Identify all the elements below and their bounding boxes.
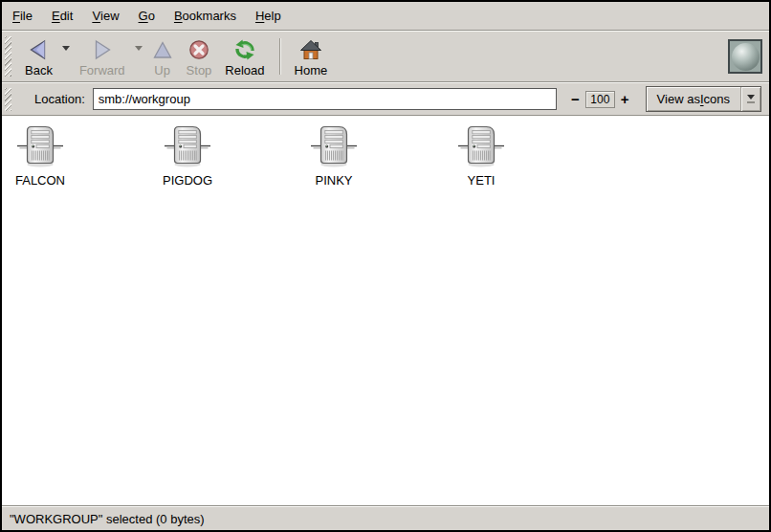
back-label: Back bbox=[25, 63, 53, 78]
server-item-pigdog[interactable]: PIGDOG bbox=[125, 124, 250, 188]
forward-label: Forward bbox=[79, 63, 125, 78]
zoom-in-button[interactable]: + bbox=[617, 91, 633, 108]
status-text: "WORKGROUP" selected (0 bytes) bbox=[10, 512, 205, 526]
menu-help[interactable]: Help bbox=[246, 2, 291, 30]
toolbar-separator bbox=[279, 38, 280, 75]
zoom-out-button[interactable]: − bbox=[567, 91, 584, 108]
up-button: Up bbox=[145, 34, 180, 79]
server-item-label: YETI bbox=[468, 173, 496, 188]
location-bar: Location: − 100 + View as Icons bbox=[2, 83, 769, 115]
stop-button: Stop bbox=[180, 34, 219, 79]
smb-server-icon bbox=[165, 124, 210, 168]
reload-button[interactable]: Reload bbox=[218, 34, 271, 79]
server-item-label: FALCON bbox=[15, 173, 65, 188]
home-button[interactable]: Home bbox=[288, 34, 335, 79]
toolbar-drag-handle[interactable] bbox=[5, 36, 11, 77]
status-bar: "WORKGROUP" selected (0 bytes) bbox=[2, 507, 769, 530]
back-button[interactable]: Back bbox=[18, 34, 59, 79]
dropdown-arrow-icon bbox=[741, 87, 760, 111]
smb-server-icon bbox=[458, 124, 504, 168]
server-item-label: PIGDOG bbox=[163, 173, 212, 188]
menu-go[interactable]: Go bbox=[129, 2, 165, 30]
stop-icon bbox=[187, 37, 210, 63]
menu-bar: File Edit View Go Bookmarks Help bbox=[2, 2, 769, 30]
location-input[interactable] bbox=[93, 88, 557, 110]
location-label: Location: bbox=[34, 92, 85, 106]
menu-edit[interactable]: Edit bbox=[42, 2, 82, 30]
home-icon bbox=[299, 37, 322, 63]
location-bar-drag-handle[interactable] bbox=[5, 88, 11, 111]
smb-server-icon bbox=[311, 124, 357, 168]
forward-button: Forward bbox=[73, 34, 132, 79]
reload-icon bbox=[232, 37, 257, 63]
reload-label: Reload bbox=[225, 63, 264, 78]
menu-view[interactable]: View bbox=[82, 2, 128, 30]
server-item-label: PINKY bbox=[315, 173, 352, 188]
throbber-sphere-icon bbox=[732, 43, 760, 71]
chevron-down-icon bbox=[135, 46, 143, 51]
menu-file[interactable]: File bbox=[3, 2, 42, 30]
back-history-dropdown[interactable] bbox=[59, 34, 73, 79]
menu-bookmarks[interactable]: Bookmarks bbox=[165, 2, 246, 30]
forward-icon bbox=[91, 37, 114, 63]
zoom-level-indicator: 100 bbox=[585, 91, 615, 108]
view-as-label: View as Icons bbox=[647, 87, 740, 111]
up-icon bbox=[152, 37, 173, 63]
server-item-yeti[interactable]: YETI bbox=[419, 124, 543, 188]
smb-server-icon bbox=[17, 124, 63, 168]
stop-label: Stop bbox=[187, 63, 212, 78]
server-item-pinky[interactable]: PINKY bbox=[272, 124, 396, 188]
back-icon bbox=[27, 37, 50, 63]
icon-view[interactable]: FALCON PIGDOG PINKY YETI bbox=[2, 117, 769, 505]
forward-history-dropdown bbox=[132, 34, 145, 79]
chevron-down-icon bbox=[62, 46, 70, 51]
view-as-dropdown[interactable]: View as Icons bbox=[646, 86, 761, 112]
toolbar: Back Forward Up bbox=[2, 32, 769, 81]
up-label: Up bbox=[154, 63, 170, 78]
file-manager-window: File Edit View Go Bookmarks Help Back bbox=[0, 0, 771, 532]
home-label: Home bbox=[295, 63, 328, 78]
throbber bbox=[728, 39, 762, 74]
server-item-falcon[interactable]: FALCON bbox=[2, 124, 102, 188]
